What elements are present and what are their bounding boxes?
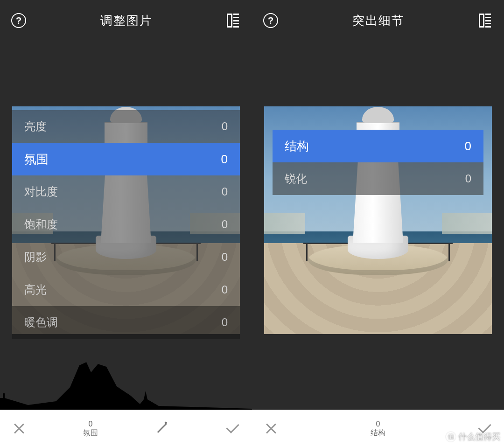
option-sharpen[interactable]: 锐化 0 — [273, 162, 483, 195]
header-title-right: 突出细节 — [352, 13, 405, 29]
option-value: 0 — [222, 316, 228, 329]
current-param-right[interactable]: 0 结构 — [371, 419, 385, 437]
compare-icon[interactable] — [479, 14, 493, 28]
auto-adjust-button[interactable] — [155, 421, 169, 435]
current-param-left[interactable]: 0 氛围 — [83, 419, 98, 437]
compare-icon[interactable] — [227, 14, 241, 28]
header-right: ? 突出细节 — [252, 0, 504, 41]
adjustment-menu-right[interactable]: 结构 0 锐化 0 — [273, 130, 483, 195]
option-value: 0 — [222, 218, 228, 231]
header-left: ? 调整图片 — [0, 0, 252, 41]
option-value: 0 — [465, 139, 471, 154]
option-label: 氛围 — [24, 151, 49, 168]
option-value: 0 — [222, 251, 228, 264]
toolbar-right: 0 结构 — [252, 410, 504, 447]
option-brightness[interactable]: 亮度 0 — [12, 110, 240, 143]
apply-button[interactable] — [478, 421, 492, 435]
option-value: 0 — [221, 152, 228, 167]
histogram — [0, 349, 252, 410]
option-label: 结构 — [285, 138, 309, 154]
header-title-left: 调整图片 — [100, 13, 153, 29]
option-label: 高光 — [24, 282, 47, 297]
help-icon[interactable]: ? — [263, 13, 278, 28]
option-warmth[interactable]: 暖色调 0 — [12, 306, 240, 339]
pane-details: ? 突出细节 结构 0 锐化 0 — [252, 0, 504, 447]
param-label: 氛围 — [83, 428, 98, 437]
option-label: 饱和度 — [24, 217, 58, 232]
help-icon[interactable]: ? — [11, 13, 26, 28]
option-label: 阴影 — [24, 250, 47, 265]
option-value: 0 — [222, 283, 228, 296]
image-canvas-right[interactable]: 结构 0 锐化 0 — [264, 106, 492, 334]
option-value: 0 — [222, 185, 228, 198]
cancel-button[interactable] — [12, 421, 26, 435]
option-value: 0 — [222, 120, 228, 133]
option-highlights[interactable]: 高光 0 — [12, 273, 240, 306]
option-value: 0 — [465, 172, 471, 185]
option-contrast[interactable]: 对比度 0 — [12, 175, 240, 208]
option-structure[interactable]: 结构 0 — [273, 130, 483, 162]
option-saturation[interactable]: 饱和度 0 — [12, 208, 240, 241]
image-canvas-left[interactable]: 亮度 0 氛围 0 对比度 0 饱和度 0 阴影 0 — [12, 106, 240, 334]
option-label: 锐化 — [285, 171, 307, 186]
param-label: 结构 — [371, 428, 385, 437]
toolbar-left: 0 氛围 — [0, 410, 252, 447]
option-label: 对比度 — [24, 184, 58, 199]
option-shadows[interactable]: 阴影 0 — [12, 241, 240, 273]
param-value: 0 — [371, 419, 385, 428]
pane-tune-image: ? 调整图片 亮度 0 氛围 0 — [0, 0, 252, 447]
option-ambience[interactable]: 氛围 0 — [12, 143, 240, 175]
cancel-button[interactable] — [264, 421, 278, 435]
param-value: 0 — [83, 419, 98, 428]
option-label: 暖色调 — [24, 315, 58, 330]
adjustment-menu-left[interactable]: 亮度 0 氛围 0 对比度 0 饱和度 0 阴影 0 — [12, 110, 240, 339]
apply-button[interactable] — [226, 421, 240, 435]
option-label: 亮度 — [24, 119, 47, 134]
